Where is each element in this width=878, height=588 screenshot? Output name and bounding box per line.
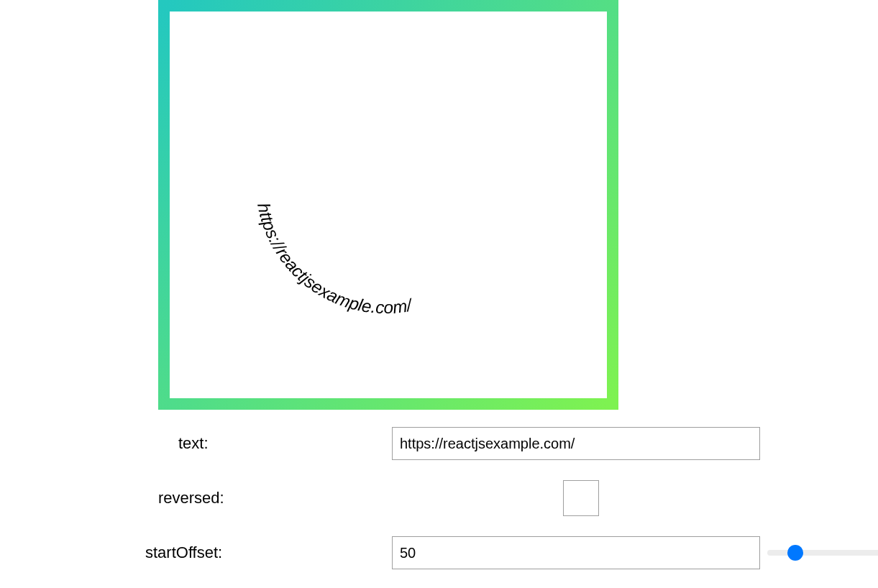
startoffset-input[interactable] xyxy=(392,536,760,569)
reversed-label: reversed: xyxy=(158,489,392,507)
startoffset-slider[interactable] xyxy=(767,550,878,556)
curved-text: https://reactjsexample.com/ xyxy=(254,201,415,317)
curve-svg: https://reactjsexample.com/ xyxy=(170,12,607,398)
startoffset-label: startOffset: xyxy=(145,543,392,562)
text-input[interactable] xyxy=(392,427,760,460)
preview-box: https://reactjsexample.com/ xyxy=(158,0,618,410)
text-label: text: xyxy=(158,434,392,453)
reversed-checkbox[interactable] xyxy=(563,480,599,516)
